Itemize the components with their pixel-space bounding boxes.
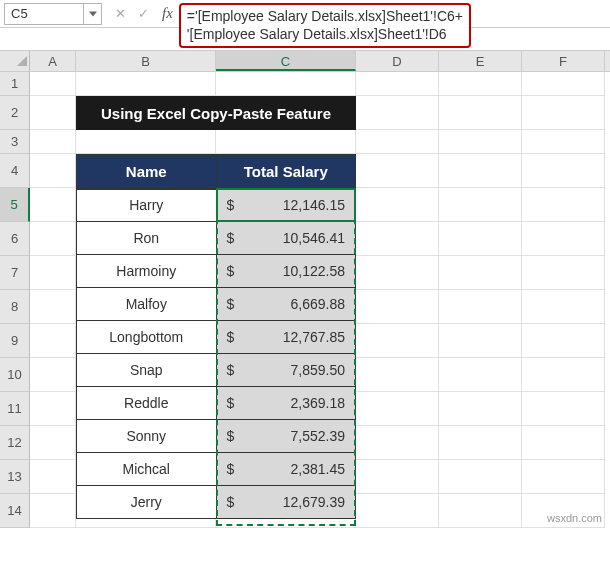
col-header-D[interactable]: D — [356, 51, 439, 71]
salary-cell[interactable]: $12,679.39 — [216, 486, 355, 519]
row-header-5[interactable]: 5 — [0, 188, 30, 222]
currency-symbol: $ — [227, 263, 235, 279]
salary-value: 10,546.41 — [283, 230, 345, 246]
row-header-10[interactable]: 10 — [0, 358, 30, 392]
formula-line-1: ='[Employee Salary Details.xlsx]Sheet1'!… — [187, 7, 463, 26]
row-header-1[interactable]: 1 — [0, 72, 30, 96]
corner-triangle-icon — [17, 56, 27, 66]
name-cell[interactable]: Michcal — [77, 453, 217, 486]
table-row[interactable]: Ron$10,546.41 — [77, 222, 356, 255]
salary-value: 10,122.58 — [283, 263, 345, 279]
salary-cell[interactable]: $2,369.18 — [216, 387, 355, 420]
currency-symbol: $ — [227, 395, 235, 411]
salary-cell[interactable]: $2,381.45 — [216, 453, 355, 486]
table-row[interactable]: Malfoy$6,669.88 — [77, 288, 356, 321]
salary-value: 7,552.39 — [291, 428, 346, 444]
currency-symbol: $ — [227, 461, 235, 477]
currency-symbol: $ — [227, 230, 235, 246]
salary-cell[interactable]: $12,767.85 — [216, 321, 355, 354]
name-cell[interactable]: Malfoy — [77, 288, 217, 321]
currency-symbol: $ — [227, 296, 235, 312]
col-header-A[interactable]: A — [30, 51, 76, 71]
table-row[interactable]: Reddle$2,369.18 — [77, 387, 356, 420]
row-header-3[interactable]: 3 — [0, 130, 30, 154]
salary-cell[interactable]: $7,552.39 — [216, 420, 355, 453]
enter-formula-button[interactable]: ✓ — [133, 4, 153, 24]
name-box-dropdown[interactable] — [84, 3, 102, 25]
currency-symbol: $ — [227, 197, 235, 213]
name-cell[interactable]: Snap — [77, 354, 217, 387]
name-cell[interactable]: Longbottom — [77, 321, 217, 354]
col-header-F[interactable]: F — [522, 51, 605, 71]
name-box-value: C5 — [11, 6, 28, 21]
col-header-E[interactable]: E — [439, 51, 522, 71]
formula-input[interactable]: ='[Employee Salary Details.xlsx]Sheet1'!… — [179, 3, 471, 49]
cancel-formula-button[interactable]: ✕ — [110, 4, 130, 24]
page-title: Using Excel Copy-Paste Feature — [76, 96, 356, 130]
row-header-6[interactable]: 6 — [0, 222, 30, 256]
formula-bar-row: C5 ✕ ✓ fx ='[Employee Salary Details.xls… — [0, 0, 610, 28]
name-cell[interactable]: Ron — [77, 222, 217, 255]
row-header-14[interactable]: 14 — [0, 494, 30, 528]
salary-value: 7,859.50 — [291, 362, 346, 378]
table-row[interactable]: Harmoiny$10,122.58 — [77, 255, 356, 288]
salary-cell[interactable]: $10,122.58 — [216, 255, 355, 288]
salary-value: 12,767.85 — [283, 329, 345, 345]
col-header-C[interactable]: C — [216, 51, 356, 71]
row-header-9[interactable]: 9 — [0, 324, 30, 358]
x-icon: ✕ — [115, 6, 126, 21]
name-cell[interactable]: Sonny — [77, 420, 217, 453]
spreadsheet-area: A B C D E F 1 2 3 4 5 6 7 8 9 10 11 12 1… — [0, 50, 610, 528]
header-name: Name — [77, 155, 217, 189]
column-headers: A B C D E F — [0, 50, 610, 72]
salary-value: 2,381.45 — [291, 461, 346, 477]
name-cell[interactable]: Harmoiny — [77, 255, 217, 288]
col-header-B[interactable]: B — [76, 51, 216, 71]
row-header-8[interactable]: 8 — [0, 290, 30, 324]
name-cell[interactable]: Reddle — [77, 387, 217, 420]
table-row[interactable]: Snap$7,859.50 — [77, 354, 356, 387]
name-box[interactable]: C5 — [4, 3, 84, 25]
salary-cell[interactable]: $12,146.15 — [216, 189, 355, 222]
row-header-2[interactable]: 2 — [0, 96, 30, 130]
salary-table: Name Total Salary Harry$12,146.15Ron$10,… — [76, 154, 356, 519]
row-header-13[interactable]: 13 — [0, 460, 30, 494]
currency-symbol: $ — [227, 362, 235, 378]
check-icon: ✓ — [138, 6, 149, 21]
currency-symbol: $ — [227, 494, 235, 510]
table-row[interactable]: Longbottom$12,767.85 — [77, 321, 356, 354]
salary-cell[interactable]: $6,669.88 — [216, 288, 355, 321]
row-header-7[interactable]: 7 — [0, 256, 30, 290]
row-header-11[interactable]: 11 — [0, 392, 30, 426]
salary-value: 12,679.39 — [283, 494, 345, 510]
row-header-12[interactable]: 12 — [0, 426, 30, 460]
row-header-4[interactable]: 4 — [0, 154, 30, 188]
currency-symbol: $ — [227, 329, 235, 345]
header-salary: Total Salary — [216, 155, 355, 189]
chevron-down-icon — [89, 11, 97, 17]
salary-cell[interactable]: $10,546.41 — [216, 222, 355, 255]
table-row[interactable]: Jerry$12,679.39 — [77, 486, 356, 519]
name-cell[interactable]: Harry — [77, 189, 217, 222]
salary-value: 6,669.88 — [291, 296, 346, 312]
fx-icon[interactable]: fx — [162, 5, 173, 22]
table-row[interactable]: Michcal$2,381.45 — [77, 453, 356, 486]
select-all-corner[interactable] — [0, 51, 30, 71]
table-row[interactable]: Harry$12,146.15 — [77, 189, 356, 222]
table-row[interactable]: Sonny$7,552.39 — [77, 420, 356, 453]
salary-value: 12,146.15 — [283, 197, 345, 213]
salary-cell[interactable]: $7,859.50 — [216, 354, 355, 387]
row-headers: 1 2 3 4 5 6 7 8 9 10 11 12 13 14 — [0, 72, 30, 528]
currency-symbol: $ — [227, 428, 235, 444]
cell-grid[interactable]: Using Excel Copy-Paste Feature Name Tota… — [30, 72, 610, 528]
formula-line-2: '[Employee Salary Details.xlsx]Sheet1'!D… — [187, 25, 463, 44]
watermark: wsxdn.com — [547, 512, 602, 524]
salary-value: 2,369.18 — [291, 395, 346, 411]
name-cell[interactable]: Jerry — [77, 486, 217, 519]
